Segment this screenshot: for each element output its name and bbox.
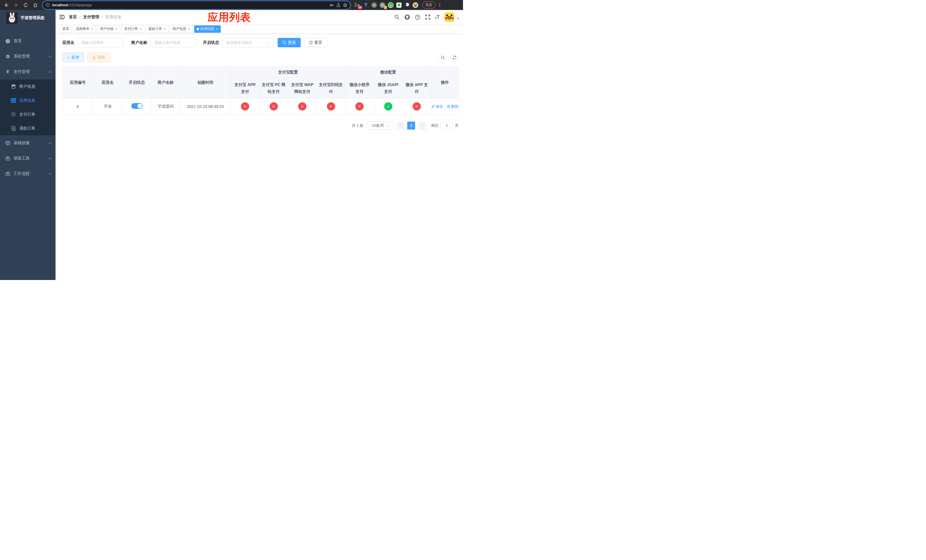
user-avatar[interactable] [445, 12, 454, 22]
breadcrumb-payment[interactable]: 支付管理 [83, 15, 99, 20]
tab-app-info[interactable]: 应用信息× [194, 25, 221, 33]
header-search-icon[interactable] [394, 15, 399, 20]
top-navbar: 首页 / 支付管理 / 应用信息 应用列表 TT [56, 10, 463, 24]
sidebar-item-refund-order[interactable]: 退款订单 [0, 121, 56, 135]
password-key-icon[interactable] [330, 3, 334, 8]
tab-process-form[interactable]: 流程表单× [73, 25, 96, 33]
col-app-id: 应用编号 [63, 67, 93, 98]
url-path: :1024/pay/app [68, 3, 92, 7]
search-button[interactable]: 搜索 [278, 38, 301, 47]
breadcrumb: 首页 / 支付管理 / 应用信息 [69, 15, 121, 20]
edit-button[interactable]: 修改 [431, 104, 443, 109]
extension-blue-diamond-icon[interactable]: ◆ 10 [355, 2, 360, 8]
goto-page-input[interactable] [440, 121, 453, 130]
font-size-icon[interactable]: TT [435, 14, 440, 20]
sidebar-toggle-icon[interactable] [59, 15, 65, 20]
chevron-down-icon [49, 156, 51, 159]
app-name-input[interactable] [78, 38, 123, 47]
refresh-table-button[interactable] [450, 53, 459, 62]
close-icon[interactable]: × [115, 27, 118, 31]
extension-recorder-icon[interactable]: 1 [380, 2, 385, 8]
col-alipay-wap: 支付宝 WAP 网站支付 [288, 78, 317, 98]
profile-avatar-icon[interactable] [413, 2, 418, 8]
extension-command-icon[interactable]: ⌘ [371, 2, 377, 8]
share-icon[interactable] [336, 3, 340, 8]
merchant-name-label: 商户名称 [131, 40, 147, 45]
status-select[interactable]: 请选择开启状态 [222, 38, 274, 47]
browser-update-button[interactable]: 更新 [422, 2, 436, 9]
sidebar-item-payment[interactable]: ¥ 支付管理 [0, 64, 56, 79]
browser-menu-icon[interactable] [438, 3, 442, 7]
sidebar-item-merchant-info[interactable]: 商户信息 [0, 79, 56, 94]
close-icon[interactable]: × [163, 27, 166, 31]
extension-chat-icon[interactable] [396, 2, 402, 8]
page-suffix-label: 页 [455, 123, 459, 128]
reset-button[interactable]: 重置 [304, 38, 327, 47]
browser-reload-button[interactable] [22, 1, 30, 9]
breadcrumb-home[interactable]: 首页 [69, 15, 77, 20]
sidebar-item-app-info[interactable]: 应用信息 [0, 94, 56, 107]
avatar-dropdown-caret-icon[interactable] [457, 18, 459, 20]
pagination: 共 1 条 10条/页 1 前往 页 [62, 121, 459, 130]
browser-forward-button[interactable] [12, 1, 20, 9]
col-alipay-pc: 支付宝 PC 网站支付 [259, 78, 288, 98]
cell-alipay-app: ✕ [231, 98, 259, 115]
cell-merchant: 芋道源码 [151, 98, 180, 115]
goto-label: 前往 [431, 123, 439, 128]
page-size-select[interactable]: 10条/页 [367, 121, 393, 130]
logo-avatar [6, 12, 18, 24]
close-icon[interactable]: × [216, 27, 218, 31]
refresh-icon [309, 41, 313, 44]
help-icon[interactable] [415, 15, 420, 20]
tab-user-group[interactable]: 用户分组× [97, 25, 120, 33]
toggle-search-button[interactable] [439, 53, 447, 62]
sidebar-item-workflow[interactable]: 工作流程 [0, 166, 56, 182]
prev-page-button[interactable] [396, 122, 404, 130]
cell-ops: 修改 删除 [431, 98, 459, 115]
tab-home[interactable]: 首页 [60, 25, 72, 33]
yen-icon: ¥ [5, 69, 10, 74]
forward-arrow-icon [14, 3, 18, 8]
sidebar-menu: 首页 系统管理 ¥ 支付管理 商户信息 [0, 33, 56, 182]
col-created: 创建时间 [180, 67, 231, 98]
merchant-name-input[interactable] [151, 38, 196, 47]
page-number-button[interactable]: 1 [407, 122, 415, 130]
tab-pay-order[interactable]: 支付订单× [122, 25, 144, 33]
bookmark-star-icon[interactable] [343, 3, 347, 8]
close-icon[interactable]: × [139, 27, 142, 31]
chevron-down-icon [49, 141, 51, 144]
chevron-down-icon [49, 54, 51, 57]
close-icon[interactable]: × [188, 27, 190, 31]
sidebar-item-pay-order[interactable]: ¥ 支付订单 [0, 107, 56, 121]
sidebar-item-infrastructure[interactable]: 基础设施 [0, 135, 56, 151]
cell-app-name: 芋道 [93, 98, 123, 115]
extension-kite-icon[interactable] [363, 2, 369, 8]
add-button[interactable]: + 新增 [62, 53, 84, 62]
sidebar-logo[interactable]: 芋道管理系统 [0, 10, 56, 26]
fullscreen-icon[interactable] [425, 15, 430, 20]
status-label: 开启状态 [203, 40, 219, 45]
tab-refund-order[interactable]: 退款订单× [146, 25, 169, 33]
close-icon[interactable]: × [91, 27, 94, 31]
filter-form: 应用名 商户名称 开启状态 请选择开启状态 搜索 重置 [62, 38, 459, 47]
sidebar-item-dev-tools[interactable]: 研发工具 [0, 151, 56, 166]
github-icon[interactable] [404, 14, 410, 20]
delete-button[interactable]: 删除 [447, 104, 458, 109]
next-page-button[interactable] [418, 122, 426, 130]
app-title: 芋道管理系统 [21, 15, 44, 21]
pagination-total: 共 1 条 [352, 123, 363, 128]
tags-view-bar: 首页 流程表单× 用户分组× 支付订单× 退款订单× 商户信息× 应用信息× [56, 24, 463, 34]
extension-y-icon[interactable]: y [388, 2, 393, 8]
tab-merchant-info[interactable]: 商户信息× [170, 25, 193, 33]
browser-back-button[interactable] [2, 1, 10, 9]
browser-home-button[interactable] [31, 1, 39, 9]
reload-icon [23, 3, 28, 8]
export-button[interactable]: 导出 [88, 53, 110, 62]
sidebar-item-home[interactable]: 首页 [0, 33, 56, 49]
col-alipay-app: 支付宝 APP 支付 [231, 78, 259, 98]
url-bar[interactable]: localhost:1024/pay/app [43, 1, 350, 9]
sidebar-item-system[interactable]: 系统管理 [0, 49, 56, 64]
site-info-icon[interactable] [45, 3, 50, 7]
extensions-puzzle-icon[interactable] [404, 2, 410, 8]
status-toggle[interactable] [131, 103, 143, 109]
